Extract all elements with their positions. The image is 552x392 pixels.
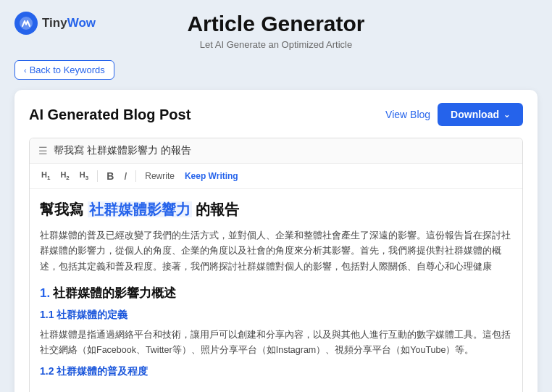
main-title-suffix: 的報告 <box>192 201 240 217</box>
card-actions: View Blog Download ⌄ <box>385 103 523 126</box>
editor-content[interactable]: 幫我寫 社群媒體影響力 的報告 社群媒體的普及已經改變了我們的生活方式，並對個人… <box>30 189 522 392</box>
logo-icon <box>14 12 38 35</box>
editor-title-text: 帮我寫 社群媒體影響力 的報告 <box>54 144 191 157</box>
logo-wow: Wow <box>67 16 96 30</box>
h1-label: H <box>41 170 47 179</box>
logo-area: TinyWow <box>14 12 96 35</box>
article-intro: 社群媒體的普及已經改變了我們的生活方式，並對個人、企業和整體社會產生了深遠的影響… <box>40 228 512 275</box>
card-title: AI Generated Blog Post <box>29 107 191 123</box>
toolbar-divider-2 <box>135 170 136 182</box>
chevron-left-icon: ‹ <box>24 66 27 75</box>
download-label: Download <box>451 109 499 120</box>
h3-label: H <box>80 170 85 179</box>
chevron-down-icon: ⌄ <box>503 110 510 120</box>
logo-text: TinyWow <box>42 16 96 30</box>
article-main-title: 幫我寫 社群媒體影響力 的報告 <box>40 199 512 220</box>
h2-button[interactable]: H2 <box>56 168 73 183</box>
article-section1-2-heading: 1.2 社群媒體的普及程度 <box>40 365 512 378</box>
article-section1-1-heading: 1.1 社群媒體的定義 <box>40 309 512 322</box>
bold-button[interactable]: B <box>102 168 118 184</box>
toolbar-divider-1 <box>97 170 98 182</box>
editor-area: ☰ 帮我寫 社群媒體影響力 的報告 H1 H2 H3 B I Rewrite <box>29 138 523 392</box>
editor-title-bar: ☰ 帮我寫 社群媒體影響力 的報告 <box>30 138 522 164</box>
article-section1-heading: 1.社群媒體的影響力概述 <box>40 285 512 301</box>
back-button-label: Back to Keywords <box>30 64 105 75</box>
view-blog-link[interactable]: View Blog <box>385 109 430 120</box>
editor-toolbar: H1 H2 H3 B I Rewrite Keep Writing <box>30 164 522 189</box>
main-card: AI Generated Blog Post View Blog Downloa… <box>14 90 538 392</box>
article-section1-1-body: 社群媒體是指通過網絡平台和技術，讓用戶可以創建和分享內容，以及與其他人進行互動的… <box>40 328 512 359</box>
hamburger-icon: ☰ <box>38 145 48 157</box>
page-wrapper: TinyWow Article Generator Let AI Generat… <box>0 0 552 392</box>
logo-tiny: Tiny <box>42 16 67 30</box>
card-header: AI Generated Blog Post View Blog Downloa… <box>29 103 523 126</box>
download-button[interactable]: Download ⌄ <box>438 103 523 126</box>
main-title-prefix: 幫我寫 <box>40 201 88 217</box>
h3-button[interactable]: H3 <box>75 168 93 183</box>
section1-title: 社群媒體的影響力概述 <box>53 286 176 300</box>
h1-button[interactable]: H1 <box>37 168 54 183</box>
italic-button[interactable]: I <box>120 168 131 184</box>
rewrite-button[interactable]: Rewrite <box>141 169 179 183</box>
main-title-highlight: 社群媒體影響力 <box>88 201 192 217</box>
header: TinyWow Article Generator Let AI Generat… <box>14 12 538 50</box>
back-to-keywords-button[interactable]: ‹ Back to Keywords <box>14 60 114 80</box>
keep-writing-button[interactable]: Keep Writing <box>180 169 243 183</box>
header-subtitle: Let AI Generate an Optimized Article <box>14 39 538 50</box>
section1-number: 1. <box>40 286 50 300</box>
